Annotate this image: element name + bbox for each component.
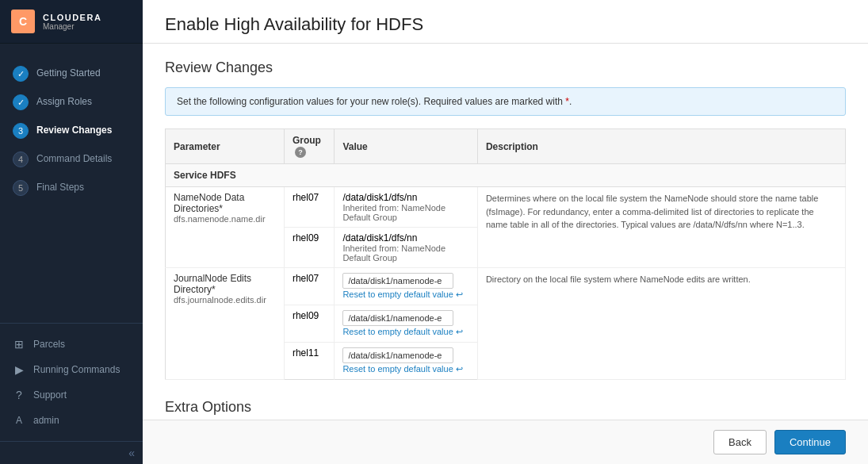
sidebar-header: C CLOUDERA Manager	[0, 0, 143, 44]
step-circle-4: 4	[13, 151, 29, 167]
step-circle-2: ✓	[13, 94, 29, 110]
page-header: Enable High Availability for HDFS	[143, 0, 868, 44]
param-namenode: NameNode Data Directories* dfs.namenode.…	[166, 187, 285, 268]
info-banner: Set the following configuration values f…	[165, 87, 846, 116]
info-banner-text: Set the following configuration values f…	[177, 96, 572, 107]
input-rhel11-jn[interactable]	[342, 347, 453, 363]
reset-rhel11-jn[interactable]: Reset to empty default value ↩	[342, 364, 462, 374]
input-rhel07-jn[interactable]	[342, 273, 453, 289]
input-rhel09-jn[interactable]	[342, 310, 453, 326]
support-label: Support	[33, 389, 67, 401]
step-label-4: Command Details	[36, 151, 112, 166]
sidebar-item-parcels[interactable]: ⊞ Parcels	[0, 332, 143, 357]
step-circle-1: ✓	[13, 66, 29, 82]
brand-text: CLOUDERA Manager	[43, 13, 101, 31]
group-rhel09-jn: rhel09	[284, 305, 334, 343]
step-nav: ✓ Getting Started ✓ Assign Roles 3 Revie…	[0, 44, 143, 323]
parcels-label: Parcels	[33, 339, 65, 350]
extra-options-title: Extra Options	[165, 399, 846, 416]
main-content: Enable High Availability for HDFS Review…	[143, 0, 868, 464]
value-rhel07-nn: /data/disk1/dfs/nn Inherited from: NameN…	[335, 187, 478, 228]
footer: Back Continue	[143, 420, 868, 464]
sidebar-item-getting-started[interactable]: ✓ Getting Started	[0, 59, 143, 88]
config-table: Parameter Group ? Value Description Serv…	[165, 128, 846, 380]
page-title: Enable High Availability for HDFS	[165, 14, 846, 35]
admin-icon: A	[13, 414, 25, 427]
group-rhel11-jn: rhel11	[284, 343, 334, 380]
service-header-row: Service HDFS	[166, 164, 846, 187]
sidebar: C CLOUDERA Manager ✓ Getting Started ✓ A…	[0, 0, 143, 464]
step-label-5: Final Steps	[36, 180, 84, 194]
running-commands-icon: ▶	[13, 363, 25, 376]
table-row: NameNode Data Directories* dfs.namenode.…	[166, 187, 846, 228]
group-rhel07-jn: rhel07	[284, 268, 334, 305]
running-commands-label: Running Commands	[33, 364, 120, 375]
step-label-3: Review Changes	[36, 123, 112, 137]
sidebar-item-support[interactable]: ? Support	[0, 382, 143, 408]
sidebar-item-running-commands[interactable]: ▶ Running Commands	[0, 357, 143, 382]
value-rhel07-jn: Reset to empty default value ↩	[335, 268, 478, 305]
table-row: JournalNode Edits Directory* dfs.journal…	[166, 268, 846, 305]
parcels-icon: ⊞	[13, 338, 25, 351]
value-rhel11-jn: Reset to empty default value ↩	[335, 343, 478, 380]
value-rhel09-jn: Reset to empty default value ↩	[335, 305, 478, 343]
continue-button[interactable]: Continue	[774, 430, 846, 454]
brand-name: CLOUDERA	[43, 13, 101, 22]
col-parameter: Parameter	[166, 129, 285, 164]
sidebar-item-admin[interactable]: A admin	[0, 408, 143, 433]
desc-journalnode: Directory on the local file system where…	[477, 268, 845, 380]
sidebar-item-assign-roles[interactable]: ✓ Assign Roles	[0, 88, 143, 117]
value-rhel09-nn: /data/disk1/dfs/nn Inherited from: NameN…	[335, 228, 478, 268]
review-changes-title: Review Changes	[165, 59, 846, 76]
content-area: Review Changes Set the following configu…	[143, 44, 868, 420]
support-icon: ?	[13, 389, 25, 401]
group-rhel09-nn: rhel09	[284, 228, 334, 268]
col-value: Value	[335, 129, 478, 164]
sidebar-collapse: «	[0, 441, 143, 464]
group-rhel07-nn: rhel07	[284, 187, 334, 228]
sidebar-item-final-steps[interactable]: 5 Final Steps	[0, 174, 143, 202]
collapse-button[interactable]: «	[128, 447, 135, 459]
cloudera-logo: C	[11, 10, 35, 33]
reset-rhel07-jn[interactable]: Reset to empty default value ↩	[342, 290, 462, 300]
brand-sub: Manager	[43, 22, 101, 31]
step-label-1: Getting Started	[36, 66, 101, 80]
asterisk: *	[565, 96, 569, 107]
col-description: Description	[477, 129, 845, 164]
step-circle-3: 3	[13, 123, 29, 139]
param-journalnode: JournalNode Edits Directory* dfs.journal…	[166, 268, 285, 380]
group-info-icon[interactable]: ?	[295, 147, 306, 158]
sidebar-item-command-details[interactable]: 4 Command Details	[0, 145, 143, 174]
step-circle-5: 5	[13, 180, 29, 196]
sidebar-bottom: ⊞ Parcels ▶ Running Commands ? Support A…	[0, 323, 143, 441]
reset-rhel09-jn[interactable]: Reset to empty default value ↩	[342, 327, 462, 337]
admin-label: admin	[33, 415, 59, 426]
sidebar-item-review-changes[interactable]: 3 Review Changes	[0, 117, 143, 145]
step-label-2: Assign Roles	[36, 94, 92, 109]
service-header-cell: Service HDFS	[166, 164, 846, 187]
desc-namenode: Determines where on the local file syste…	[477, 187, 845, 268]
col-group: Group ?	[284, 129, 334, 164]
back-button[interactable]: Back	[713, 430, 767, 454]
